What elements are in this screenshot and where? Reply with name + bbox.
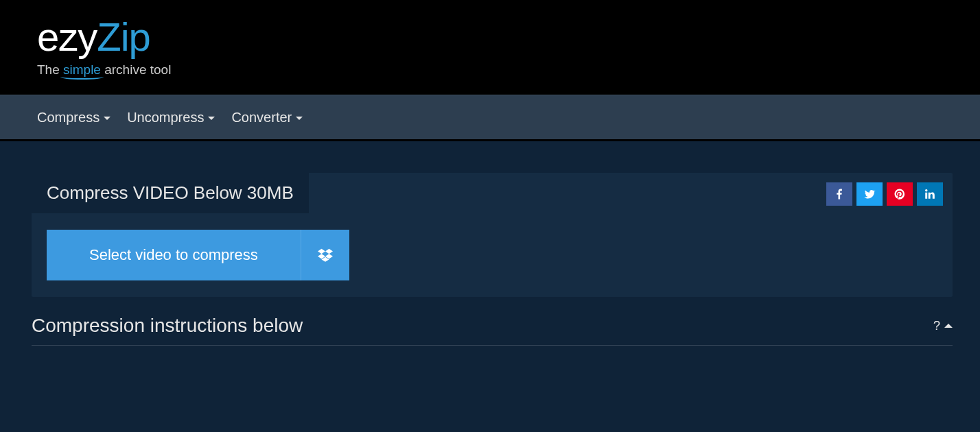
linkedin-button[interactable]	[917, 182, 943, 206]
dropbox-button[interactable]	[301, 230, 349, 280]
caret-down-icon	[104, 117, 110, 120]
panel-tab[interactable]: Compress VIDEO Below 30MB	[32, 173, 309, 213]
nav-bar: Compress Uncompress Converter	[0, 95, 980, 141]
tagline-highlight: simple	[63, 62, 101, 77]
facebook-icon	[833, 188, 845, 200]
main-panel: Compress VIDEO Below 30MB Select video	[32, 173, 953, 297]
panel-header: Compress VIDEO Below 30MB	[32, 173, 953, 213]
dropbox-icon	[318, 248, 333, 263]
instructions-row: Compression instructions below ?	[32, 315, 953, 346]
logo[interactable]: ezyZip	[37, 17, 980, 57]
nav-label: Compress	[37, 110, 100, 125]
nav-label: Converter	[231, 110, 292, 125]
pinterest-icon	[894, 188, 906, 200]
content: Compress VIDEO Below 30MB Select video	[0, 141, 980, 346]
panel-body: Select video to compress	[32, 213, 953, 297]
select-video-button[interactable]: Select video to compress	[47, 230, 301, 280]
logo-text-ezy: ezy	[37, 17, 97, 57]
logo-text-zip: Zip	[97, 17, 150, 57]
select-row: Select video to compress	[47, 230, 937, 280]
instructions-title: Compression instructions below	[32, 315, 303, 337]
caret-down-icon	[296, 117, 303, 120]
twitter-icon	[863, 188, 876, 200]
nav-item-uncompress[interactable]: Uncompress	[127, 110, 215, 125]
top-header: ezyZip The simple archive tool	[0, 0, 980, 95]
nav-label: Uncompress	[127, 110, 204, 125]
caret-up-icon	[944, 324, 953, 328]
social-row	[826, 173, 953, 206]
facebook-button[interactable]	[826, 182, 852, 206]
caret-down-icon	[208, 117, 215, 120]
help-label: ?	[933, 319, 940, 333]
tagline: The simple archive tool	[37, 62, 980, 77]
nav-item-converter[interactable]: Converter	[231, 110, 303, 125]
pinterest-button[interactable]	[887, 182, 913, 206]
twitter-button[interactable]	[856, 182, 883, 206]
tagline-suffix: archive tool	[101, 62, 171, 77]
nav-item-compress[interactable]: Compress	[37, 110, 110, 125]
help-toggle[interactable]: ?	[933, 319, 953, 333]
linkedin-icon	[924, 188, 936, 200]
tagline-prefix: The	[37, 62, 63, 77]
tab-title: Compress VIDEO Below 30MB	[47, 182, 294, 203]
